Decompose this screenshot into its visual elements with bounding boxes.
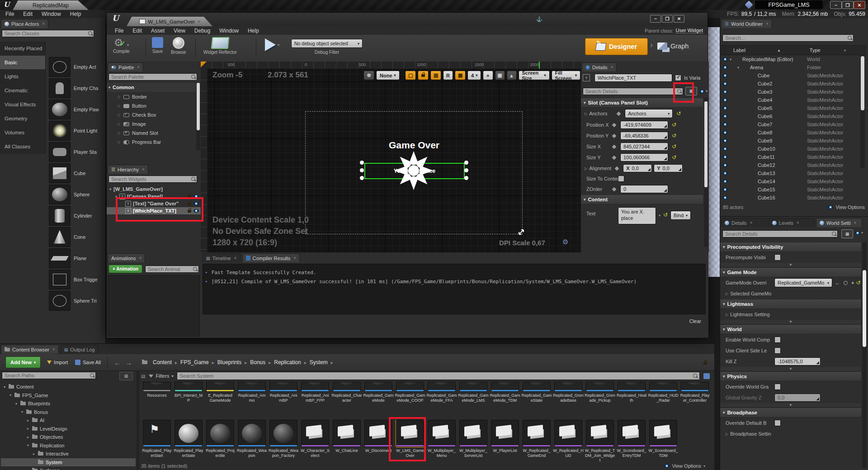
favorite-star-icon[interactable]: ☆	[117, 122, 121, 127]
place-item[interactable]: Sphere	[49, 184, 105, 205]
history-forward-icon[interactable]: →	[125, 359, 132, 366]
actor-label[interactable]: Cube14	[758, 179, 807, 184]
selected-gamemode-label[interactable]: Selected GameMo	[730, 291, 779, 296]
minimize-button[interactable]: –	[650, 15, 661, 23]
outliner-row[interactable]: Cube15 StaticMeshActor	[721, 185, 859, 194]
actor-label[interactable]: Cube16	[758, 195, 807, 200]
lock-icon[interactable]	[188, 210, 191, 213]
palette-item[interactable]: ☆ Progress Bar	[107, 138, 197, 147]
asset-tile[interactable]: Replicated_GameState	[521, 382, 552, 403]
add-icon[interactable]: +	[851, 280, 854, 285]
asset-tile[interactable]: Replicated_PlayerState	[173, 420, 204, 458]
visibility-eye-icon[interactable]	[722, 98, 728, 102]
section-collapse[interactable]: ▼	[720, 263, 861, 267]
property-value-field[interactable]: -69,458336	[620, 132, 668, 140]
grid-view-icon[interactable]: ▦	[685, 87, 697, 95]
section-slot[interactable]: ▾Slot (Canvas Panel Slot)	[581, 98, 703, 108]
selection-handle[interactable]	[360, 176, 364, 180]
menu-item[interactable]: Edit	[128, 27, 146, 35]
browse-back-icon[interactable]: ←	[835, 280, 840, 285]
keyframe-icon[interactable]	[612, 155, 617, 160]
visibility-eye-icon[interactable]	[722, 147, 728, 151]
fill-screen-dropdown[interactable]: Fill Screen▾	[552, 71, 580, 80]
place-category[interactable]: Recently Placed	[0, 42, 45, 56]
folder-tree-item[interactable]: ▾ Bonus	[1, 408, 136, 417]
visibility-eye-icon[interactable]	[722, 114, 728, 118]
outliner-row[interactable]: Cube10 StaticMeshActor	[721, 145, 859, 153]
place-item[interactable]: Point Light	[49, 120, 105, 141]
visibility-eye-icon[interactable]	[193, 195, 199, 198]
palette-item[interactable]: ☆ Image	[107, 119, 197, 128]
grid-size-dropdown[interactable]: 4▾	[467, 71, 481, 80]
favorite-star-icon[interactable]: ☆	[117, 113, 121, 118]
visibility-eye-icon[interactable]	[722, 57, 728, 61]
expander-arrow-icon[interactable]: ▾	[115, 195, 119, 199]
close-icon[interactable]: ×	[137, 65, 140, 70]
asset-tile[interactable]: W_ChatLine	[331, 420, 363, 453]
visibility-eye-icon[interactable]	[722, 123, 728, 126]
place-actors-tab[interactable]: Place Actors ×	[1, 19, 48, 28]
outliner-row[interactable]: Cube9 StaticMeshActor	[721, 137, 859, 145]
world-outliner-tab[interactable]: ☰ World Outliner ×	[721, 19, 772, 28]
selection-handle[interactable]	[360, 161, 364, 165]
asset-tile[interactable]: Replicated_Weapon_Factory	[268, 420, 299, 458]
outliner-row[interactable]: Cube3 StaticMeshActor	[721, 88, 859, 96]
actor-label[interactable]: Cube12	[758, 162, 807, 168]
place-category[interactable]: Cinematic	[0, 84, 45, 98]
designer-button[interactable]: ✎ Designer	[585, 38, 648, 55]
path-view-icon[interactable]: ▤	[119, 372, 133, 380]
outliner-row[interactable]: Cube11 StaticMeshActor	[721, 153, 859, 161]
reset-icon[interactable]: ↺	[672, 133, 676, 139]
section-physics[interactable]: ▾Physics	[720, 371, 861, 381]
folder-tree-item[interactable]: ▾ FPS_Game	[1, 391, 136, 400]
asset-tile[interactable]: Replicated_PlayerStart	[141, 420, 173, 458]
place-item[interactable]: Empty Paw	[49, 99, 105, 120]
section-precomputed-visibility[interactable]: ▾Precomputed Visibility	[720, 242, 861, 252]
search-paths-input[interactable]	[2, 372, 96, 379]
property-value-field[interactable]: -419,974609	[620, 121, 668, 129]
property-value-field[interactable]: 845,027344	[620, 142, 668, 151]
compiler-output[interactable]: •Fast Template Successfully Created. •[0…	[203, 264, 706, 314]
place-item[interactable]: Empty Act	[49, 56, 105, 77]
visibility-eye-icon[interactable]	[722, 180, 728, 183]
enable-world-composition-checkbox[interactable]	[774, 337, 781, 343]
dpi-settings-gear-icon[interactable]: ⚙	[562, 238, 568, 246]
outliner-row[interactable]: Cube6 StaticMeshActor	[721, 112, 859, 120]
grid-snap-icon[interactable]: ▦	[455, 71, 466, 80]
breadcrumb-item[interactable]: FPS_Game	[180, 359, 217, 366]
asset-tile[interactable]: W_Scoreboard_EntryTDM	[616, 420, 647, 458]
menu-item[interactable]: View	[169, 27, 190, 35]
outliner-row[interactable]: Cube14 StaticMeshActor	[721, 177, 859, 185]
folder-tree-item[interactable]: ▸ AI	[1, 416, 136, 425]
asset-tile[interactable]: W_LMS_GameOver	[394, 420, 426, 458]
breadcrumb-item[interactable]: Replication	[274, 359, 309, 366]
place-item[interactable]: Cone	[49, 226, 105, 247]
actor-label[interactable]: Cube2	[758, 81, 807, 86]
actor-label[interactable]: Cube5	[758, 105, 807, 111]
menu-item[interactable]: Debug	[190, 27, 215, 35]
close-icon[interactable]: ×	[142, 167, 145, 172]
size-to-content-checkbox[interactable]	[618, 176, 624, 182]
folder-tree-item[interactable]: ▸ Surfaces	[1, 466, 136, 470]
palette-tab[interactable]: Palette ×	[108, 62, 143, 71]
palette-item[interactable]: ☆ Check Box	[107, 110, 197, 119]
play-button[interactable]: ▾	[265, 38, 279, 51]
visibility-eye-icon[interactable]	[193, 209, 199, 213]
place-category[interactable]: Volumes	[0, 126, 45, 140]
reset-icon[interactable]: ↺	[672, 122, 676, 128]
menu-item[interactable]: Asset	[146, 27, 169, 35]
broadphase-settings-label[interactable]: Broadphase Settin	[730, 431, 779, 437]
section-collapse[interactable]: ▼	[720, 367, 861, 371]
visibility-eye-icon[interactable]	[722, 74, 728, 77]
save-all-button[interactable]: Save All	[75, 360, 101, 365]
expander-arrow-icon[interactable]: ▸	[33, 452, 37, 456]
save-search-icon[interactable]	[703, 373, 710, 379]
expander-arrow-icon[interactable]: ▸	[27, 435, 31, 439]
place-category[interactable]: Basic	[0, 56, 45, 70]
folder-tree-item[interactable]: ▾ Blueprints	[1, 399, 136, 408]
right-panel-tab[interactable]: Details ×	[721, 218, 767, 227]
asset-tile[interactable]: Replicated_GameMode_LMS	[458, 382, 489, 403]
actor-label[interactable]: Cube7	[758, 122, 807, 127]
favorite-star-icon[interactable]: ☆	[117, 140, 121, 145]
visibility-eye-icon[interactable]	[722, 66, 728, 69]
